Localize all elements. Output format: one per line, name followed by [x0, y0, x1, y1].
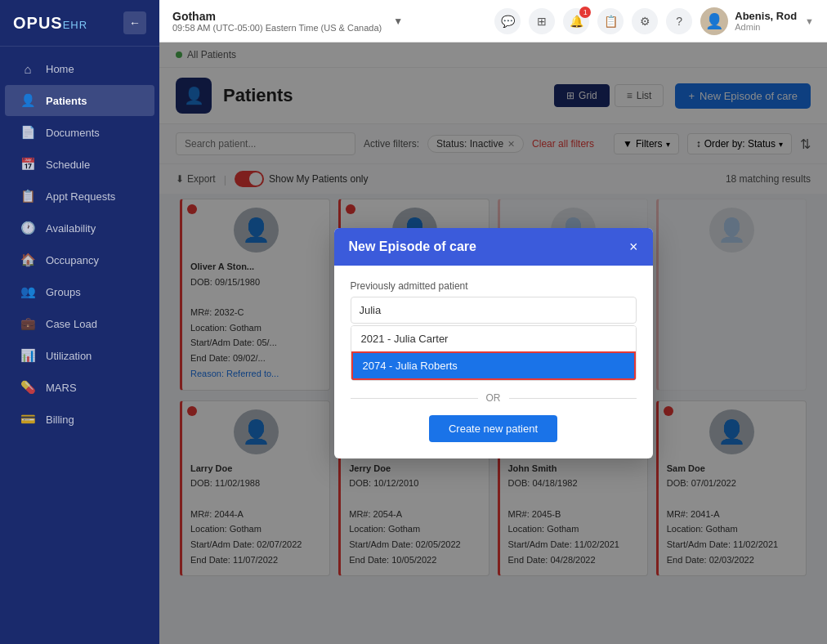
sidebar-item-label: Case Load — [46, 318, 97, 330]
new-episode-modal: New Episode of care × Previously admitte… — [334, 228, 653, 458]
sidebar-item-label: Appt Requests — [46, 190, 115, 203]
or-label: OR — [486, 392, 501, 404]
dropdown-item[interactable]: 2021 - Julia Carter — [351, 326, 636, 351]
home-icon: ⌂ — [20, 62, 36, 76]
help-button[interactable]: ? — [666, 8, 692, 34]
back-button[interactable]: ← — [123, 11, 146, 34]
settings-button[interactable]: ⚙ — [632, 8, 658, 34]
city-name: Gotham — [172, 10, 382, 23]
modal-header: New Episode of care × — [334, 228, 653, 266]
sidebar-item-label: Home — [46, 63, 74, 75]
sidebar: OPUSEHR ← ⌂ Home 👤 Patients 📄 Documents … — [0, 0, 159, 644]
groups-icon: 👥 — [20, 284, 36, 299]
sidebar-item-label: Availability — [46, 222, 96, 235]
modal-title: New Episode of care — [349, 239, 477, 254]
sidebar-item-label: Utilization — [46, 350, 92, 362]
billing-icon: 💳 — [20, 412, 36, 427]
sidebar-logo: OPUSEHR ← — [0, 0, 159, 47]
sidebar-item-groups[interactable]: 👥 Groups — [5, 276, 154, 307]
user-profile[interactable]: 👤 Abenis, Rod Admin ▼ — [700, 7, 814, 35]
sidebar-item-label: Schedule — [46, 159, 90, 171]
caseload-icon: 💼 — [20, 316, 36, 331]
sidebar-item-patients[interactable]: 👤 Patients — [5, 85, 154, 116]
logo-text: OPUSEHR — [13, 14, 87, 33]
documents-icon: 📄 — [20, 125, 36, 140]
patient-search-input[interactable] — [351, 297, 637, 324]
sidebar-item-label: Patients — [46, 95, 87, 107]
sidebar-item-schedule[interactable]: 📅 Schedule — [5, 149, 154, 180]
topbar-icons: 💬 ⊞ 🔔 1 📋 ⚙ ? 👤 Abenis, Rod Admin ▼ — [494, 7, 814, 35]
create-new-patient-button[interactable]: Create new patient — [429, 415, 557, 442]
mars-icon: 💊 — [20, 380, 36, 395]
profile-dropdown-icon[interactable]: ▼ — [805, 16, 814, 26]
sidebar-item-mars[interactable]: 💊 MARS — [5, 372, 154, 403]
utilization-icon: 📊 — [20, 348, 36, 363]
notification-button[interactable]: 🔔 1 — [563, 8, 589, 34]
modal-field-label: Previously admitted patient — [351, 280, 637, 292]
sidebar-item-label: Groups — [46, 286, 81, 298]
appt-icon: 📋 — [20, 189, 36, 203]
sidebar-item-occupancy[interactable]: 🏠 Occupancy — [5, 244, 154, 275]
sidebar-item-documents[interactable]: 📄 Documents — [5, 117, 154, 148]
patients-icon: 👤 — [20, 93, 36, 108]
sidebar-item-case-load[interactable]: 💼 Case Load — [5, 308, 154, 339]
notification-badge: 1 — [579, 7, 591, 18]
topbar: Gotham 09:58 AM (UTC-05:00) Eastern Time… — [159, 0, 827, 42]
sidebar-item-utilization[interactable]: 📊 Utilization — [5, 340, 154, 371]
sidebar-item-label: MARS — [46, 382, 77, 394]
modal-body: Previously admitted patient 2021 - Julia… — [334, 266, 653, 458]
schedule-icon: 📅 — [20, 157, 36, 172]
sidebar-item-availability[interactable]: 🕐 Availability — [5, 212, 154, 244]
patient-dropdown: 2021 - Julia Carter 2074 - Julia Roberts — [351, 325, 637, 381]
occupancy-icon: 🏠 — [20, 253, 36, 267]
chat-button[interactable]: 💬 — [494, 8, 521, 34]
sidebar-nav: ⌂ Home 👤 Patients 📄 Documents 📅 Schedule… — [0, 47, 159, 644]
main-area: Gotham 09:58 AM (UTC-05:00) Eastern Time… — [159, 0, 827, 644]
user-name: Abenis, Rod — [735, 10, 797, 22]
user-role: Admin — [735, 22, 797, 32]
availability-icon: 🕐 — [20, 221, 36, 235]
avatar: 👤 — [700, 7, 728, 35]
modal-close-button[interactable]: × — [629, 239, 638, 254]
clipboard-button[interactable]: 📋 — [597, 8, 624, 34]
dropdown-item-selected[interactable]: 2074 - Julia Roberts — [351, 351, 636, 380]
sidebar-item-label: Billing — [46, 414, 74, 426]
sidebar-item-label: Documents — [46, 127, 100, 139]
grid-button[interactable]: ⊞ — [529, 8, 555, 34]
modal-overlay[interactable]: New Episode of care × Previously admitte… — [159, 42, 827, 644]
sidebar-item-appt-requests[interactable]: 📋 Appt Requests — [5, 181, 154, 212]
content-area: All Patients 👤 Patients ⊞ Grid ≡ List + … — [159, 42, 827, 644]
location-info: Gotham 09:58 AM (UTC-05:00) Eastern Time… — [172, 10, 382, 33]
sidebar-item-billing[interactable]: 💳 Billing — [5, 404, 154, 435]
or-divider: OR — [351, 392, 637, 404]
location-dropdown-icon[interactable]: ▼ — [393, 16, 403, 27]
sidebar-item-home[interactable]: ⌂ Home — [5, 54, 154, 84]
time-display: 09:58 AM (UTC-05:00) Eastern Time (US & … — [172, 23, 382, 33]
sidebar-item-label: Occupancy — [46, 254, 99, 266]
